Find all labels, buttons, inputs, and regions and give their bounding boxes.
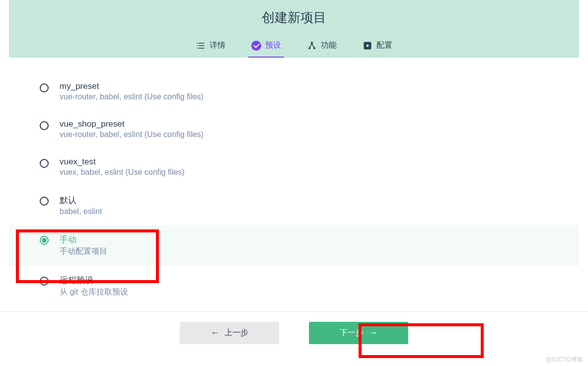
tabs-container: 详情 预设 功能 配置 <box>9 35 579 58</box>
preset-item-remote[interactable]: 远程预设 从 git 仓库拉取预设 <box>9 266 579 306</box>
preset-title: my_preset <box>60 81 204 91</box>
page-title: 创建新项目 <box>9 9 579 26</box>
list-icon <box>196 41 206 51</box>
radio-icon <box>40 159 49 168</box>
share-icon <box>307 41 317 51</box>
preset-text: vuex_test vuex, babel, eslint (Use confi… <box>60 157 185 177</box>
preset-text: 手动 手动配置项目 <box>60 234 107 257</box>
tab-label: 详情 <box>210 40 225 51</box>
preset-title: 手动 <box>60 234 107 245</box>
preset-item-vuex-test[interactable]: vuex_test vuex, babel, eslint (Use confi… <box>9 148 579 186</box>
svg-point-4 <box>367 44 369 47</box>
radio-icon <box>40 277 49 286</box>
preset-desc: 从 git 仓库拉取预设 <box>60 287 128 297</box>
preset-desc: vue-router, babel, eslint (Use config fi… <box>60 92 204 101</box>
preset-text: 默认 babel, eslint <box>60 195 102 216</box>
arrow-left-icon: ← <box>211 328 220 338</box>
button-label: 上一步 <box>224 328 248 338</box>
preset-title: 默认 <box>60 195 102 206</box>
preset-desc: vue-router, babel, eslint (Use config fi… <box>60 130 204 139</box>
footer: ← 上一步 下一步 → <box>0 311 588 354</box>
preset-text: my_preset vue-router, babel, eslint (Use… <box>60 81 204 101</box>
tab-label: 配置 <box>376 40 392 51</box>
radio-icon <box>40 197 49 206</box>
preset-list: my_preset vue-router, babel, eslint (Use… <box>9 73 579 306</box>
radio-icon <box>40 121 49 130</box>
preset-text: 远程预设 从 git 仓库拉取预设 <box>60 275 128 297</box>
preset-item-default[interactable]: 默认 babel, eslint <box>9 186 579 225</box>
svg-point-0 <box>311 42 313 44</box>
watermark: @51CTO博客 <box>546 356 583 364</box>
header: 创建新项目 详情 预设 功能 配置 <box>9 0 579 58</box>
tab-label: 预设 <box>265 40 281 51</box>
preset-title: vuex_test <box>60 157 185 167</box>
next-button[interactable]: 下一步 → <box>309 322 408 344</box>
tab-features[interactable]: 功能 <box>304 35 340 58</box>
prev-button[interactable]: ← 上一步 <box>180 322 279 344</box>
tab-details[interactable]: 详情 <box>193 35 228 58</box>
check-circle-icon <box>251 41 261 51</box>
arrow-right-icon: → <box>368 328 377 338</box>
preset-desc: 手动配置项目 <box>60 246 107 257</box>
preset-item-manual[interactable]: 手动 手动配置项目 <box>9 225 579 266</box>
preset-item-vue-shop[interactable]: vue_shop_preset vue-router, babel, eslin… <box>9 110 579 148</box>
content-area: my_preset vue-router, babel, eslint (Use… <box>0 58 588 306</box>
tab-label: 功能 <box>321 40 337 51</box>
config-icon <box>363 41 372 51</box>
preset-item-my-preset[interactable]: my_preset vue-router, babel, eslint (Use… <box>9 73 579 110</box>
preset-title: 远程预设 <box>60 275 128 286</box>
radio-icon <box>40 236 49 245</box>
radio-icon <box>40 83 49 92</box>
tab-presets[interactable]: 预设 <box>248 35 284 58</box>
preset-title: vue_shop_preset <box>60 119 204 129</box>
tab-config[interactable]: 配置 <box>360 35 395 58</box>
preset-desc: babel, eslint <box>60 207 102 216</box>
preset-desc: vuex, babel, eslint (Use config files) <box>60 168 185 177</box>
preset-text: vue_shop_preset vue-router, babel, eslin… <box>60 119 204 139</box>
button-label: 下一步 <box>340 328 364 338</box>
